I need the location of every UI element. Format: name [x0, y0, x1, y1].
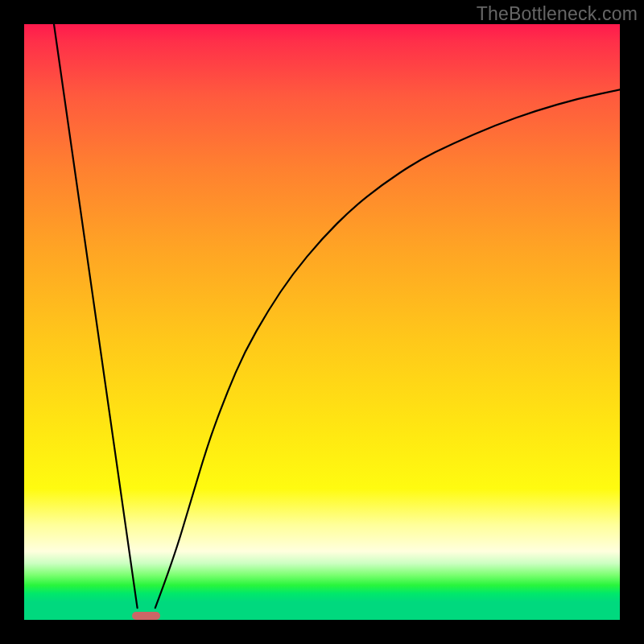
curve-right-branch	[155, 89, 620, 608]
bottleneck-curve	[24, 24, 620, 620]
optimal-marker-bar	[132, 612, 160, 620]
watermark-text: TheBottleneck.com	[477, 3, 638, 25]
curve-left-branch	[54, 24, 138, 608]
chart-frame: TheBottleneck.com	[0, 0, 644, 644]
plot-area	[24, 24, 620, 620]
